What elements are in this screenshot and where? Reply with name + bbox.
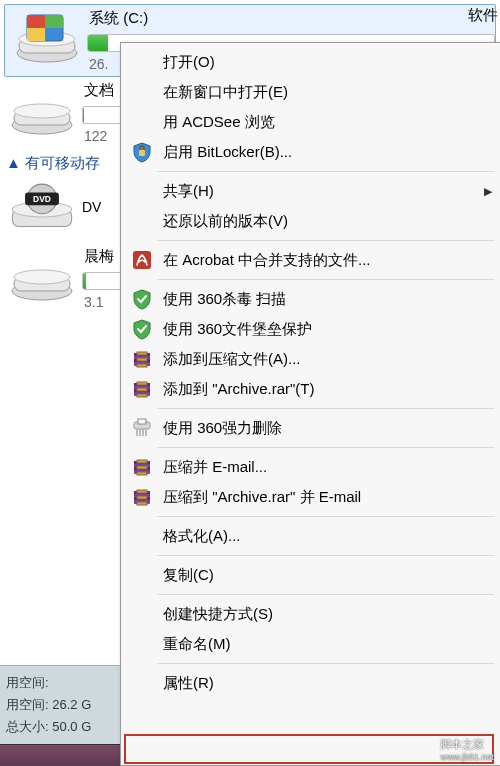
svg-point-18 bbox=[14, 270, 70, 284]
menu-item[interactable]: 共享(H)▶ bbox=[121, 176, 500, 206]
menu-item-label: 使用 360文件堡垒保护 bbox=[157, 320, 312, 339]
shield360-icon bbox=[127, 287, 157, 311]
menu-item-label: 添加到 "Archive.rar"(T) bbox=[157, 380, 315, 399]
menu-item[interactable]: 添加到 "Archive.rar"(T) bbox=[121, 374, 500, 404]
winrar-icon bbox=[127, 455, 157, 479]
drive-title-c: 系统 (C:) bbox=[87, 9, 495, 28]
blank-icon bbox=[127, 110, 157, 134]
drive-icon-docs bbox=[6, 79, 78, 139]
drive-icon-chen bbox=[6, 245, 78, 305]
dvd-drive-label: DV bbox=[78, 199, 101, 215]
menu-item[interactable]: 使用 360强力删除 bbox=[121, 413, 500, 443]
submenu-arrow-icon: ▶ bbox=[484, 185, 492, 198]
blank-icon bbox=[127, 50, 157, 74]
menu-item-label: 格式化(A)... bbox=[157, 527, 241, 546]
menu-item-label: 添加到压缩文件(A)... bbox=[157, 350, 301, 369]
svg-rect-32 bbox=[137, 394, 147, 397]
menu-separator bbox=[157, 171, 494, 172]
shield360-icon bbox=[127, 317, 157, 341]
menu-item[interactable]: 属性(R) bbox=[121, 668, 500, 698]
menu-item[interactable]: 压缩并 E-mail... bbox=[121, 452, 500, 482]
menu-item[interactable]: 添加到压缩文件(A)... bbox=[121, 344, 500, 374]
svg-rect-35 bbox=[139, 429, 141, 436]
menu-item-label: 还原以前的版本(V) bbox=[157, 212, 288, 231]
drive-right-partial-label: 软件 bbox=[468, 6, 498, 25]
svg-rect-26 bbox=[137, 364, 147, 367]
blank-icon bbox=[127, 563, 157, 587]
svg-rect-19 bbox=[139, 150, 145, 156]
dvd-drive-icon: DVD bbox=[6, 183, 78, 231]
winrar-icon bbox=[127, 377, 157, 401]
menu-item-label: 在 Acrobat 中合并支持的文件... bbox=[157, 251, 371, 270]
menu-item[interactable]: 使用 360文件堡垒保护 bbox=[121, 314, 500, 344]
menu-item-label: 用 ACDSee 浏览 bbox=[157, 113, 275, 132]
menu-item-label: 启用 BitLocker(B)... bbox=[157, 143, 292, 162]
menu-item-label: 重命名(M) bbox=[157, 635, 231, 654]
svg-rect-44 bbox=[137, 472, 147, 475]
shredder-icon bbox=[127, 416, 157, 440]
acrobat-icon bbox=[127, 248, 157, 272]
svg-rect-36 bbox=[142, 429, 144, 436]
drive-icon-c bbox=[11, 7, 83, 67]
svg-rect-24 bbox=[137, 352, 147, 355]
context-menu: 打开(O)在新窗口中打开(E)用 ACDSee 浏览启用 BitLocker(B… bbox=[120, 42, 500, 766]
menu-item-label: 使用 360杀毒 扫描 bbox=[157, 290, 286, 309]
menu-item[interactable]: 复制(C) bbox=[121, 560, 500, 590]
menu-separator bbox=[157, 408, 494, 409]
menu-item[interactable]: 使用 360杀毒 扫描 bbox=[121, 284, 500, 314]
menu-item[interactable]: 创建快捷方式(S) bbox=[121, 599, 500, 629]
svg-rect-4 bbox=[27, 15, 45, 28]
menu-separator bbox=[157, 555, 494, 556]
menu-item-label: 在新窗口中打开(E) bbox=[157, 83, 288, 102]
svg-rect-42 bbox=[137, 460, 147, 463]
svg-point-9 bbox=[14, 104, 70, 118]
menu-item[interactable]: 用 ACDSee 浏览 bbox=[121, 107, 500, 137]
menu-item-label: 创建快捷方式(S) bbox=[157, 605, 273, 624]
menu-item[interactable]: 还原以前的版本(V) bbox=[121, 206, 500, 236]
blank-icon bbox=[127, 602, 157, 626]
svg-rect-43 bbox=[137, 466, 147, 469]
svg-rect-49 bbox=[137, 496, 147, 499]
taskbar bbox=[0, 744, 122, 766]
drive-row-dvd[interactable]: DVD DV bbox=[0, 179, 130, 235]
menu-item-label: 压缩并 E-mail... bbox=[157, 458, 267, 477]
blank-icon bbox=[127, 632, 157, 656]
menu-item-label: 共享(H) bbox=[157, 182, 214, 201]
svg-rect-50 bbox=[137, 502, 147, 505]
winrar-icon bbox=[127, 347, 157, 371]
menu-item[interactable]: 打开(O) bbox=[121, 47, 500, 77]
menu-item-label: 属性(R) bbox=[157, 674, 214, 693]
svg-rect-25 bbox=[137, 358, 147, 361]
menu-separator bbox=[157, 516, 494, 517]
svg-text:DVD: DVD bbox=[33, 194, 51, 204]
svg-rect-31 bbox=[137, 388, 147, 391]
menu-separator bbox=[157, 279, 494, 280]
menu-item[interactable]: 重命名(M) bbox=[121, 629, 500, 659]
menu-item[interactable]: 在新窗口中打开(E) bbox=[121, 77, 500, 107]
svg-rect-37 bbox=[145, 429, 147, 436]
menu-item-label: 复制(C) bbox=[157, 566, 214, 585]
blank-icon bbox=[127, 524, 157, 548]
drive-row-chen[interactable]: 晨梅 3.1 bbox=[0, 243, 130, 314]
blank-icon bbox=[127, 671, 157, 695]
menu-separator bbox=[157, 663, 494, 664]
drive-row-docs[interactable]: 文档 122 bbox=[0, 77, 130, 148]
blank-icon bbox=[127, 209, 157, 233]
svg-rect-48 bbox=[137, 490, 147, 493]
menu-item[interactable]: 启用 BitLocker(B)... bbox=[121, 137, 500, 167]
svg-rect-6 bbox=[27, 28, 45, 41]
svg-rect-5 bbox=[45, 15, 63, 28]
svg-rect-30 bbox=[137, 382, 147, 385]
watermark: 脚本之家 www.jb51.net bbox=[440, 737, 494, 762]
svg-rect-34 bbox=[136, 429, 138, 436]
winrar-icon bbox=[127, 485, 157, 509]
menu-item[interactable]: 格式化(A)... bbox=[121, 521, 500, 551]
menu-item[interactable]: 压缩到 "Archive.rar" 并 E-mail bbox=[121, 482, 500, 512]
blank-icon bbox=[127, 80, 157, 104]
menu-separator bbox=[157, 240, 494, 241]
menu-separator bbox=[157, 447, 494, 448]
menu-item-label: 使用 360强力删除 bbox=[157, 419, 282, 438]
menu-item[interactable]: 在 Acrobat 中合并支持的文件... bbox=[121, 245, 500, 275]
svg-rect-38 bbox=[138, 419, 146, 424]
bitlocker-icon bbox=[127, 140, 157, 164]
